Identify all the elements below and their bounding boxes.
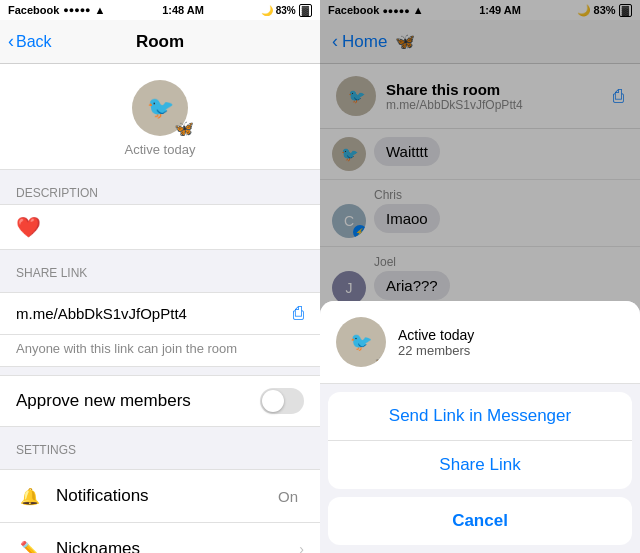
left-right-status: 🌙 83% ▓ [261,4,312,17]
signal-dots: ●●●●● [63,5,90,15]
wifi-icon: ▲ [95,4,106,16]
divider2 [0,250,320,258]
left-status-bar: Facebook ●●●●● ▲ 1:48 AM 🌙 83% ▓ [0,0,320,20]
share-link-value: m.me/AbbDkS1vJfOpPtt4 [16,305,187,322]
left-panel: Facebook ●●●●● ▲ 1:48 AM 🌙 83% ▓ ‹ Back … [0,0,320,553]
avatar-wrapper: 🐦 🦋 [132,80,188,136]
left-time: 1:48 AM [162,4,204,16]
heart-row: ❤️ [0,204,320,250]
active-today-label: Active today [125,142,196,157]
approve-members-label: Approve new members [16,391,191,411]
upload-icon[interactable]: ⎙ [293,303,304,324]
pencil-icon: ✏️ [16,535,44,553]
notifications-row[interactable]: 🔔 Notifications On [0,469,320,523]
back-label: Back [16,33,52,51]
approve-members-row[interactable]: Approve new members [0,375,320,427]
bell-icon: 🔔 [16,482,44,510]
chevron-right-icon: › [299,541,304,553]
share-link-header: SHARE LINK [0,258,320,284]
cancel-button[interactable]: Cancel [328,497,632,545]
avatar-badge: 🦋 [174,119,194,138]
share-link-button[interactable]: Share Link [328,441,632,489]
share-link-subtitle: Anyone with this link can join the room [0,335,320,366]
divider3 [0,427,320,435]
share-link-section: m.me/AbbDkS1vJfOpPtt4 ⎙ Anyone with this… [0,292,320,367]
popup-info: Active today 22 members [398,327,474,358]
settings-header: SETTINGS [0,435,320,461]
settings-section: 🔔 Notifications On ✏️ Nicknames › [0,469,320,553]
back-button[interactable]: ‹ Back [8,31,52,52]
moon-icon: 🌙 [261,5,273,16]
popup-avatar-row: 🐦 🦋 Active today 22 members [336,317,624,367]
right-panel: Facebook ●●●●● ▲ 1:49 AM 🌙 83% ▓ ‹ Home … [320,0,640,553]
share-link-row[interactable]: m.me/AbbDkS1vJfOpPtt4 ⎙ [0,293,320,335]
page-title: Room [136,32,184,52]
avatar-section: 🐦 🦋 Active today [0,64,320,170]
popup-overlay[interactable]: 🐦 🦋 Active today 22 members Send Link in… [320,0,640,553]
divider1 [0,170,320,178]
popup-sheet: 🐦 🦋 Active today 22 members Send Link in… [320,301,640,553]
battery-icon: ▓ [299,4,312,17]
popup-avatar: 🐦 🦋 [336,317,386,367]
popup-active-label: Active today [398,327,474,343]
left-content: 🐦 🦋 Active today DESCRIPTION ❤️ SHARE LI… [0,64,320,553]
battery-percent: 83% [276,5,296,16]
back-chevron-icon: ‹ [8,31,14,52]
popup-members-count: 22 members [398,343,474,358]
carrier-name: Facebook [8,4,59,16]
left-nav-bar: ‹ Back Room [0,20,320,64]
toggle-knob [262,390,284,412]
popup-cancel-section: Cancel [328,497,632,545]
left-status-carrier: Facebook ●●●●● ▲ [8,4,105,16]
approve-members-toggle[interactable] [260,388,304,414]
nicknames-row[interactable]: ✏️ Nicknames › [0,523,320,553]
popup-action-section: Send Link in Messenger Share Link [328,392,632,489]
notifications-label: Notifications [56,486,278,506]
popup-card: 🐦 🦋 Active today 22 members [320,301,640,384]
description-header: DESCRIPTION [0,178,320,204]
popup-badge: 🦋 [375,355,386,367]
nicknames-label: Nicknames [56,539,299,553]
send-link-messenger-button[interactable]: Send Link in Messenger [328,392,632,441]
notifications-value: On [278,488,298,505]
heart-emoji: ❤️ [16,216,41,238]
